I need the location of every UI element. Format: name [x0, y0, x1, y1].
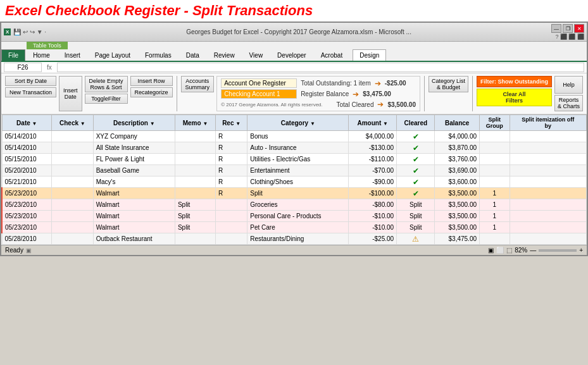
excel-icon: X [4, 28, 11, 35]
cell-balance: $3,760.00 [435, 154, 480, 165]
cell-date: 05/21/2010 [2, 176, 52, 188]
cell-cleared: Split [397, 211, 435, 222]
help-button[interactable]: Help [554, 76, 583, 94]
zoom-out-button[interactable]: — [530, 247, 536, 254]
cell-rec [216, 211, 247, 222]
table-row: 05/28/2010 Outback Restaurant Restaurant… [2, 233, 587, 245]
new-transaction-button[interactable]: New Transaction [5, 87, 56, 97]
right-btn-group: Filter: Show Outstanding Clear AllFilter… [477, 76, 552, 111]
close-button[interactable]: ✕ [574, 24, 584, 33]
cell-amount: -$25.00 [349, 233, 397, 245]
window-title: Georges Budget for Excel - Copyright 201… [46, 28, 551, 35]
delete-empty-rows-button[interactable]: Delete EmptyRows & Sort [85, 76, 128, 92]
col-amount: Amount ▼ [349, 115, 397, 131]
col-cleared: Cleared [397, 115, 435, 131]
restore-button[interactable]: ❐ [563, 24, 573, 33]
cell-memo [175, 233, 215, 245]
tab-page-layout[interactable]: Page Layout [88, 49, 137, 61]
cell-date: 05/23/2010 [2, 199, 52, 211]
status-bar: Ready ▣ ▣ ⬜ ⬚ 82% — + [1, 245, 587, 255]
cell-cleared: ✔ [397, 131, 435, 142]
cell-amount: -$70.00 [349, 165, 397, 176]
cell-memo: Split [175, 222, 215, 233]
status-right: ▣ ⬜ ⬚ 82% — + [488, 247, 583, 254]
tab-file[interactable]: File [1, 49, 25, 61]
cell-split-group [480, 176, 510, 188]
view-page-break-icon[interactable]: ⬚ [506, 247, 512, 254]
sort-by-date-button[interactable]: Sort By Date [5, 76, 56, 86]
total-cleared-amount: $3,500.00 [387, 101, 416, 108]
zoom-in-button[interactable]: + [579, 247, 583, 254]
view-layout-icon[interactable]: ⬜ [496, 247, 504, 254]
col-category: Category ▼ [247, 115, 349, 131]
cell-split-item [510, 222, 586, 233]
register-info: Account One Register Total Outstanding: … [216, 76, 420, 111]
category-list-button[interactable]: Category List& Budget [428, 76, 468, 92]
cell-split-group [480, 142, 510, 154]
tab-review[interactable]: Review [207, 49, 242, 61]
cell-check [52, 165, 94, 176]
filter-show-outstanding-button[interactable]: Filter: Show Outstanding [477, 76, 552, 87]
excel-window: X 💾 ↩ ↪ ▼ · Georges Budget for Excel - C… [0, 22, 588, 256]
title-bar: X 💾 ↩ ↪ ▼ · Georges Budget for Excel - C… [1, 23, 587, 42]
cell-check [52, 199, 94, 211]
separator-2 [424, 76, 425, 111]
table-row: 05/23/2010 Walmart Split Personal Care -… [2, 211, 587, 222]
quick-access: 💾 ↩ ↪ ▼ · [13, 28, 46, 35]
col-split-item: Split itemization offby [510, 115, 586, 131]
tab-design[interactable]: Design [353, 49, 386, 61]
cell-check [52, 131, 94, 142]
cell-rec [216, 222, 247, 233]
spreadsheet-area: Date ▼ Check ▼ Description ▼ Memo ▼ Rec … [1, 114, 587, 245]
cell-category: Clothing/Shoes [247, 176, 349, 188]
cell-balance: $3,870.00 [435, 142, 480, 154]
toggle-filter-button[interactable]: ToggleFilter [85, 94, 128, 104]
tab-data[interactable]: Data [179, 49, 206, 61]
arrow-cleared: ➔ [377, 100, 384, 109]
zoom-level: 82% [515, 247, 527, 254]
cell-cleared: ✔ [397, 142, 435, 154]
tab-developer[interactable]: Developer [270, 49, 313, 61]
tab-acrobat[interactable]: Acrobat [314, 49, 349, 61]
cell-date: 05/23/2010 [2, 211, 52, 222]
accounts-summary-button[interactable]: AccountsSummary [181, 76, 215, 92]
view-normal-icon[interactable]: ▣ [488, 247, 494, 254]
cell-description: Walmart [93, 211, 175, 222]
cell-description: FL Power & Light [93, 154, 175, 165]
cell-check [52, 142, 94, 154]
tab-formulas[interactable]: Formulas [138, 49, 178, 61]
clear-all-filters-button[interactable]: Clear AllFilters [477, 89, 552, 106]
cell-reference[interactable] [4, 63, 42, 72]
formula-input[interactable] [57, 63, 584, 72]
table-body: 05/14/2010 XYZ Company R Bonus $4,000.00… [2, 131, 587, 245]
table-row: 05/23/2010 Walmart Split Groceries -$80.… [2, 199, 587, 211]
cleared-check-icon: ✔ [413, 132, 419, 141]
insert-date-button[interactable]: InsertDate [59, 76, 82, 111]
ready-icon: ▣ [26, 247, 32, 254]
cell-date: 05/15/2010 [2, 154, 52, 165]
cell-amount: $4,000.00 [349, 131, 397, 142]
insert-row-button[interactable]: Insert Row [130, 76, 173, 86]
info-row-checking: Checking Account 1 Register Balance ➔ $3… [221, 89, 416, 99]
tab-insert[interactable]: Insert [58, 49, 87, 61]
cell-split-group [480, 165, 510, 176]
zoom-slider[interactable] [539, 249, 577, 252]
recategorize-button[interactable]: Recategorize [130, 87, 173, 97]
tab-view[interactable]: View [242, 49, 270, 61]
tab-home[interactable]: Home [26, 49, 57, 61]
cell-category: Groceries [247, 199, 349, 211]
ribbon-bar: Table Tools File Home Insert Page Layout… [1, 42, 587, 62]
col-description: Description ▼ [93, 115, 175, 131]
info-row-copyright: © 2017 George Alzamora. All rights reser… [221, 100, 416, 109]
cell-check [52, 233, 94, 245]
cell-date: 05/14/2010 [2, 142, 52, 154]
checking-account-box: Checking Account 1 [221, 89, 297, 99]
reports-charts-button[interactable]: Reports& Charts [554, 95, 583, 111]
cell-cleared: ✔ [397, 188, 435, 199]
minimize-button[interactable]: — [551, 24, 561, 33]
total-cleared-label: Total Cleared [337, 101, 374, 108]
col-balance: Balance [435, 115, 480, 131]
table-row: 05/23/2010 Walmart Split Pet Care -$10.0… [2, 222, 587, 233]
cell-amount: -$130.00 [349, 142, 397, 154]
cell-cleared: ✔ [397, 154, 435, 165]
